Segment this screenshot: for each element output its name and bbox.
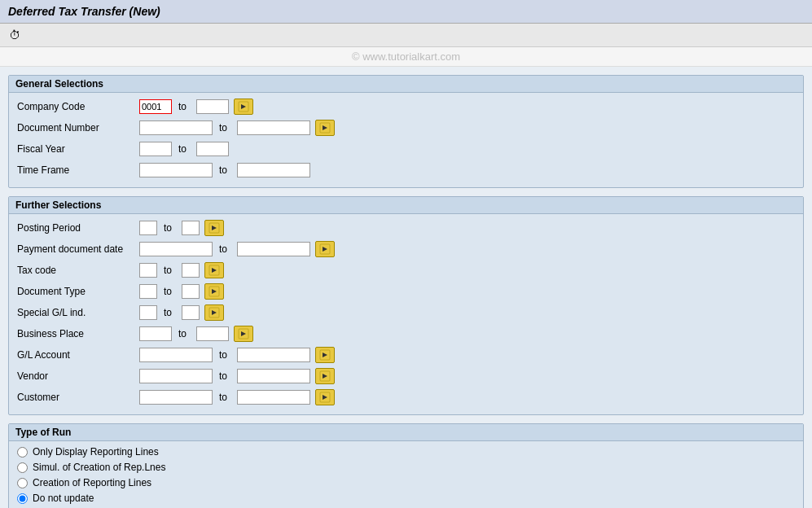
fiscal-year-row: Fiscal Year to <box>17 140 795 158</box>
company-code-to[interactable] <box>196 99 229 114</box>
document-number-arrow[interactable] <box>315 120 335 136</box>
posting-period-arrow[interactable] <box>204 220 224 236</box>
business-place-row: Business Place to <box>17 325 795 343</box>
special-gl-from[interactable] <box>139 305 157 320</box>
page-title: Deferred Tax Transfer (New) <box>0 0 812 24</box>
company-code-label: Company Code <box>17 101 139 112</box>
customer-row: Customer to <box>17 388 795 406</box>
business-place-to[interactable] <box>196 326 229 341</box>
payment-doc-date-to[interactable] <box>237 242 310 256</box>
to-label-cu: to <box>219 392 230 403</box>
further-selections-section: Further Selections Posting Period to Pay… <box>8 196 804 415</box>
radio-do-not-update-input[interactable] <box>17 493 28 504</box>
toolbar: ⏱ <box>0 24 812 47</box>
radio-only-display-input[interactable] <box>17 447 28 458</box>
gl-account-to[interactable] <box>237 348 310 362</box>
radio-simul-label: Simul. of Creation of Rep.Lnes <box>33 462 165 473</box>
gl-account-arrow[interactable] <box>315 347 335 363</box>
payment-doc-date-from[interactable] <box>139 242 213 256</box>
time-frame-to[interactable] <box>237 163 310 177</box>
to-label-sgl: to <box>164 307 175 318</box>
to-label-3: to <box>178 143 190 155</box>
radio-only-display: Only Display Reporting Lines <box>17 446 795 458</box>
company-code-from[interactable] <box>139 99 172 114</box>
document-type-to[interactable] <box>182 284 200 299</box>
vendor-label: Vendor <box>17 370 139 382</box>
radio-creation-input[interactable] <box>17 478 28 488</box>
tax-code-label: Tax code <box>17 265 139 276</box>
document-type-row: Document Type to <box>17 282 795 300</box>
to-label-bp: to <box>178 328 190 339</box>
to-label-tc: to <box>164 265 175 276</box>
general-selections-section: General Selections Company Code to Docum… <box>8 75 804 188</box>
special-gl-arrow[interactable] <box>204 304 224 321</box>
fiscal-year-to[interactable] <box>196 142 229 156</box>
business-place-arrow[interactable] <box>234 326 253 342</box>
to-label-pp: to <box>164 222 175 234</box>
posting-period-from[interactable] <box>139 221 157 235</box>
customer-from[interactable] <box>139 390 213 405</box>
document-number-label: Document Number <box>17 122 139 134</box>
to-label-dt: to <box>164 286 175 297</box>
company-code-row: Company Code to <box>17 98 795 116</box>
general-selections-body: Company Code to Document Number to <box>9 93 803 187</box>
customer-label: Customer <box>17 392 139 403</box>
posting-period-row: Posting Period to <box>17 219 795 237</box>
vendor-from[interactable] <box>139 369 213 383</box>
tax-code-to[interactable] <box>182 263 200 278</box>
special-gl-to[interactable] <box>182 305 200 320</box>
business-place-label: Business Place <box>17 328 139 339</box>
posting-period-to[interactable] <box>182 221 200 235</box>
payment-doc-date-label: Payment document date <box>17 243 139 255</box>
to-label-4: to <box>219 164 230 176</box>
time-frame-row: Time Frame to <box>17 161 795 179</box>
vendor-arrow[interactable] <box>315 368 335 384</box>
general-selections-header: General Selections <box>9 76 803 93</box>
special-gl-label: Special G/L ind. <box>17 307 139 318</box>
main-content: General Selections Company Code to Docum… <box>0 67 812 508</box>
document-type-arrow[interactable] <box>204 283 224 300</box>
type-of-run-header: Type of Run <box>9 424 803 441</box>
customer-arrow[interactable] <box>315 389 335 405</box>
tax-code-row: Tax code to <box>17 261 795 279</box>
company-code-arrow[interactable] <box>234 99 253 115</box>
radio-do-not-update: Do not update <box>17 493 795 504</box>
document-type-from[interactable] <box>139 284 157 299</box>
business-place-from[interactable] <box>139 326 172 341</box>
special-gl-row: Special G/L ind. to <box>17 304 795 322</box>
radio-only-display-label: Only Display Reporting Lines <box>33 446 159 458</box>
radio-creation: Creation of Reporting Lines <box>17 477 795 488</box>
document-type-label: Document Type <box>17 286 139 297</box>
to-label-pdd: to <box>219 243 230 255</box>
payment-doc-date-row: Payment document date to <box>17 240 795 258</box>
fiscal-year-label: Fiscal Year <box>17 143 139 155</box>
radio-creation-label: Creation of Reporting Lines <box>33 477 151 488</box>
gl-account-from[interactable] <box>139 348 213 362</box>
posting-period-label: Posting Period <box>17 222 139 234</box>
time-frame-from[interactable] <box>139 163 213 177</box>
vendor-to[interactable] <box>237 369 310 383</box>
tax-code-from[interactable] <box>139 263 157 278</box>
to-label-2: to <box>219 122 230 134</box>
fiscal-year-from[interactable] <box>139 142 172 156</box>
radio-simul: Simul. of Creation of Rep.Lnes <box>17 462 795 473</box>
further-selections-body: Posting Period to Payment document date … <box>9 214 803 414</box>
radio-simul-input[interactable] <box>17 462 28 473</box>
further-selections-header: Further Selections <box>9 197 803 214</box>
type-of-run-section: Type of Run Only Display Reporting Lines… <box>8 423 804 508</box>
to-label-gla: to <box>219 349 230 361</box>
to-label-v: to <box>219 370 230 382</box>
document-number-to[interactable] <box>237 120 310 135</box>
tax-code-arrow[interactable] <box>204 262 224 278</box>
document-number-row: Document Number to <box>17 119 795 137</box>
gl-account-row: G/L Account to <box>17 346 795 364</box>
clock-icon[interactable]: ⏱ <box>7 27 23 43</box>
customer-to[interactable] <box>237 390 310 405</box>
gl-account-label: G/L Account <box>17 349 139 361</box>
document-number-from[interactable] <box>139 120 213 135</box>
watermark: © www.tutorialkart.com <box>0 47 812 67</box>
vendor-row: Vendor to <box>17 367 795 385</box>
radio-do-not-update-label: Do not update <box>33 493 94 504</box>
payment-doc-date-arrow[interactable] <box>315 241 335 257</box>
to-label-1: to <box>178 101 190 112</box>
